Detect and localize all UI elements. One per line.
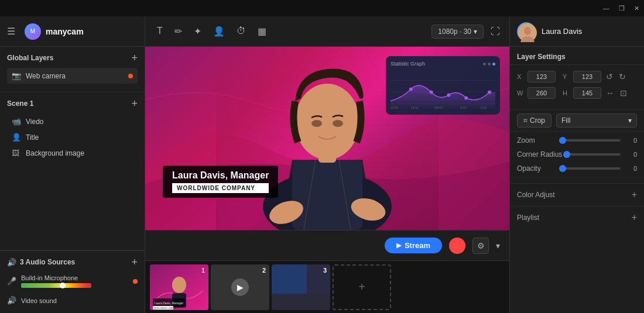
y-field: Y [563,71,601,82]
timer-tool[interactable]: ⏱ [234,23,248,39]
settings-button[interactable]: ⚙ [472,238,489,254]
window-controls[interactable]: — ❐ ✕ [603,5,639,12]
avatar [517,22,536,41]
right-panel-username: Laura Davis [542,27,582,36]
zoom-slider[interactable] [563,139,621,142]
wh-row: W H ↔ ⊡ [517,87,637,99]
maximize-button[interactable]: ❐ [619,5,625,12]
x-field: X [517,71,556,82]
sidebar: ☰ M manycam Global Layers + 📷 Web camera [0,16,145,313]
thumb-2-number: 2 [262,267,266,274]
global-layers-title: Global Layers [7,54,53,62]
chart-dot-1 [483,63,486,66]
title-layer[interactable]: 👤 Title [7,129,138,145]
crop-row: ⌗ Crop Fill ▾ [510,109,644,132]
effect-tool[interactable]: ✦ [191,23,204,39]
playlist-section[interactable]: Playlist + [510,206,644,229]
webcam-layer-name: Web camera [26,72,124,80]
h-field: H [563,87,601,99]
opacity-thumb[interactable] [559,165,566,172]
h-input[interactable] [573,87,601,99]
scene-section: Scene 1 + 📹 Viedo 👤 Title 🖼 Background i… [0,92,145,250]
svg-point-4 [311,120,322,127]
face-tool[interactable]: 👤 [211,23,227,39]
layer-settings-title: Layer Settings [510,47,644,65]
svg-text:12:00: 12:00 [390,106,398,109]
sync-position-button[interactable]: ↻ [618,71,627,82]
chart-visualization: 12:00 13:11 000:07 0:19 0:19 [390,70,495,111]
app-body: ☰ M manycam Global Layers + 📷 Web camera [0,16,644,313]
svg-rect-30 [307,264,330,294]
zoom-thumb[interactable] [559,137,566,144]
corner-radius-thumb[interactable] [563,151,570,158]
microphone-source: 🎤 Build-in Microphone [7,272,138,290]
y-input[interactable] [573,71,601,82]
record-button[interactable] [449,238,465,254]
chart-dot-2 [488,63,491,66]
global-layers-section: Global Layers + 📷 Web camera [0,47,145,92]
reset-position-button[interactable]: ↺ [605,71,614,82]
person-name: Laura Davis, Manager [172,170,269,181]
play-icon[interactable]: ▶ [231,278,249,296]
x-input[interactable] [527,71,556,82]
corner-radius-slider[interactable] [567,153,621,156]
tools: T ✏ ✦ 👤 ⏱ ▦ [155,23,424,39]
svg-point-11 [409,88,413,91]
resolution-selector[interactable]: 1080p · 30 ▾ [431,25,484,39]
svg-point-33 [524,27,531,35]
slider-section: Zoom 0 Corner Radius 0 [510,132,644,183]
stream-button[interactable]: ▶ Stream [385,238,442,253]
svg-rect-29 [272,264,307,294]
video-sound-label: Video sound [21,297,57,304]
center-toolbar: T ✏ ✦ 👤 ⏱ ▦ 1080p · 30 ▾ ⛶ [145,16,509,47]
text-tool[interactable]: T [155,23,165,39]
settings-grid: X Y ↺ ↻ W H ↔ ⊡ [510,65,644,109]
background-image-layer[interactable]: 🖼 Background image [7,145,138,161]
audio-icon: 🔊 [7,258,16,267]
playlist-expand-icon[interactable]: + [632,212,637,223]
expand-button[interactable]: ▾ [496,241,500,250]
w-input[interactable] [527,87,556,99]
company-name: WORLDWIDE COMPANY [172,183,269,193]
minimize-button[interactable]: — [603,5,609,12]
svg-point-22 [172,277,186,293]
audio-section: 🔊 3 Audio Sources + 🎤 Build-in Microphon… [0,250,145,313]
thumbnail-1[interactable]: 1 Laura Davis, Manager [150,264,208,310]
audio-meter-thumb[interactable] [60,283,66,288]
zoom-track [563,139,621,142]
draw-tool[interactable]: ✏ [172,23,184,39]
chart-dot-3 [492,63,495,66]
add-scene-button[interactable]: + [333,264,391,310]
webcam-icon: 📷 [12,71,21,80]
crop-button[interactable]: ⌗ Crop [517,113,551,128]
color-adjust-label: Color Adjust [517,191,555,199]
thumbnail-3[interactable]: 3 TRANSITION CUT [272,264,330,310]
reset-size-button[interactable]: ⊡ [619,87,628,99]
opacity-label: Opacity [517,164,558,173]
fullscreen-button[interactable]: ⛶ [491,26,500,37]
color-adjust-expand-icon[interactable]: + [632,190,637,200]
opacity-slider[interactable] [563,167,621,170]
hamburger-icon[interactable]: ☰ [7,26,15,37]
thumbnail-2[interactable]: 2 ▶ [211,264,269,310]
speaker-icon: 🔊 [7,296,16,305]
add-scene-layer-button[interactable]: + [131,98,138,109]
add-global-layer-button[interactable]: + [131,53,138,63]
webcam-layer-item[interactable]: 📷 Web camera [7,68,138,84]
thumb-1-preview: Laura Davis, Manager WORLDWIDE COMPANY [150,264,208,310]
opacity-value: 0 [625,165,637,172]
corner-radius-row: Corner Radius 0 [517,150,637,159]
lock-ratio-button[interactable]: ↔ [605,87,615,99]
h-label: H [563,90,571,97]
bottom-controls: ▶ Stream ⚙ ▾ [145,230,509,260]
close-button[interactable]: ✕ [634,5,639,12]
thumbnail-strip: 1 Laura Davis, Manager [145,260,509,313]
fill-dropdown[interactable]: Fill ▾ [556,113,637,128]
audio-meter[interactable] [21,283,91,288]
svg-rect-31 [272,294,330,310]
add-audio-button[interactable]: + [131,257,138,267]
color-adjust-section[interactable]: Color Adjust + [510,183,644,206]
grid-tool[interactable]: ▦ [255,23,269,39]
background-image-layer-name: Background image [26,149,133,157]
viedo-layer[interactable]: 📹 Viedo [7,113,138,129]
